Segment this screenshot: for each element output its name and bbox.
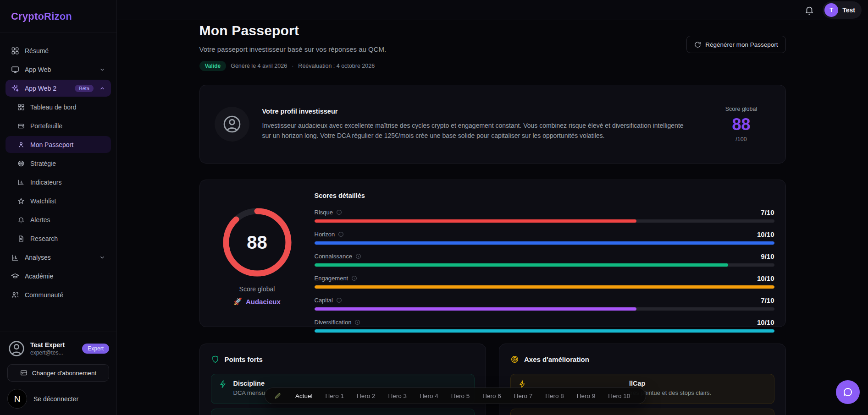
investor-type: 🚀 Audacieux xyxy=(233,297,281,306)
info-icon[interactable] xyxy=(355,253,361,259)
bar-chart-icon xyxy=(17,179,25,186)
score-gauge: 88 xyxy=(221,206,294,279)
score-row: Connaissance9/10 xyxy=(315,252,774,267)
improvement-item-next xyxy=(510,409,774,415)
plan-badge: Expert xyxy=(82,344,109,354)
sidebar-item-label: Stratégie xyxy=(30,160,105,167)
hero-item[interactable]: Hero 2 xyxy=(350,393,382,399)
user-circle-icon xyxy=(222,114,242,134)
hero-item[interactable]: Hero 7 xyxy=(508,393,539,399)
main-content: Mon Passeport Votre passeport investisse… xyxy=(117,20,868,415)
sidebar-item-strategie[interactable]: Stratégie xyxy=(6,155,111,172)
logout-button[interactable]: N Se déconnecter xyxy=(7,389,109,409)
star-icon xyxy=(17,197,25,205)
grid-icon xyxy=(11,47,19,55)
score-bar-track xyxy=(315,285,774,289)
chat-bubble-icon xyxy=(842,387,853,398)
score-row-value: 10/10 xyxy=(757,274,774,282)
rocket-icon: 🚀 xyxy=(233,297,242,306)
sidebar-item-tableau-de-bord[interactable]: Tableau de bord xyxy=(6,98,111,115)
sidebar-item-label: Research xyxy=(30,235,105,242)
regenerate-passport-label: Régénérer mon Passeport xyxy=(705,41,778,48)
generated-date: Généré le 4 avril 2026 xyxy=(231,63,287,69)
sidebar-item-research[interactable]: Research xyxy=(6,230,111,247)
hero-item[interactable]: Hero 8 xyxy=(539,393,570,399)
regenerate-passport-button[interactable]: Régénérer mon Passeport xyxy=(686,36,785,53)
score-row: Risque7/10 xyxy=(315,208,774,223)
improvements-card: Axes d'amélioration llCap très pointue e… xyxy=(499,344,786,415)
sidebar-footer: Test Expert expert@tes... Expert Changer… xyxy=(0,332,116,415)
notifications-bell-icon[interactable] xyxy=(804,5,814,15)
sidebar-user[interactable]: Test Expert expert@tes... Expert xyxy=(7,339,109,358)
info-icon[interactable] xyxy=(336,297,342,303)
hero-switcher-bar: ActuelHero 1Hero 2Hero 3Hero 4Hero 5Hero… xyxy=(265,388,646,404)
target-icon xyxy=(17,160,25,167)
sidebar-item-watchlist[interactable]: Watchlist xyxy=(6,192,111,209)
hero-item[interactable]: Hero 6 xyxy=(476,393,508,399)
users-icon xyxy=(11,291,19,299)
score-gauge-column: 88 Score global 🚀 Audacieux xyxy=(200,180,315,327)
hero-item[interactable]: Hero 5 xyxy=(445,393,476,399)
account-menu[interactable]: T Test xyxy=(823,1,862,19)
profile-description: Investisseur audacieux avec excellente m… xyxy=(262,120,687,141)
hero-item[interactable]: Hero 1 xyxy=(319,393,351,399)
status-badge: Valide xyxy=(199,61,227,71)
sidebar-item-label: Analyses xyxy=(25,254,94,261)
page-header: Mon Passeport Votre passeport investisse… xyxy=(199,23,786,71)
hero-item-actuel[interactable]: Actuel xyxy=(289,393,319,399)
monitor-icon xyxy=(11,66,19,74)
pencil-icon[interactable] xyxy=(274,392,282,399)
chat-button[interactable] xyxy=(836,380,860,404)
score-row-value: 7/10 xyxy=(761,208,774,216)
info-icon[interactable] xyxy=(338,231,344,237)
sidebar-item-communaute[interactable]: Communauté xyxy=(6,286,111,303)
hero-item[interactable]: Hero 10 xyxy=(602,393,636,399)
score-bar-fill xyxy=(315,263,729,267)
info-icon[interactable] xyxy=(354,319,360,325)
profile-title: Votre profil investisseur xyxy=(262,108,687,115)
sparkles-icon xyxy=(11,84,19,93)
score-bar-fill xyxy=(315,219,636,223)
score-bar-track xyxy=(315,263,774,267)
grid-icon xyxy=(17,104,25,111)
sidebar-item-analyses[interactable]: Analyses xyxy=(6,249,111,266)
sidebar-item-mon-passeport[interactable]: Mon Passeport xyxy=(6,136,111,153)
user-meta: Test Expert expert@tes... xyxy=(30,341,77,356)
info-icon[interactable] xyxy=(336,209,342,215)
strengths-title: Points forts xyxy=(225,355,263,363)
score-bar-fill xyxy=(315,329,774,333)
page-subtitle: Votre passeport investisseur basé sur vo… xyxy=(199,45,387,53)
sidebar-item-alertes[interactable]: Alertes xyxy=(6,211,111,228)
user-circle-icon xyxy=(7,339,26,358)
sidebar-item-indicateurs[interactable]: Indicateurs xyxy=(6,174,111,191)
reevaluation-date: Réévaluation : 4 octobre 2026 xyxy=(298,63,375,69)
hero-item[interactable]: Hero 4 xyxy=(413,393,445,399)
wallet-icon xyxy=(17,122,25,130)
score-bar-fill xyxy=(315,285,774,289)
bar-chart-icon xyxy=(11,253,19,262)
detailed-scores-card: 88 Score global 🚀 Audacieux Scores détai… xyxy=(199,180,786,327)
hero-item[interactable]: Hero 9 xyxy=(570,393,602,399)
score-value: 88 xyxy=(714,115,769,134)
sidebar-item-academie[interactable]: Académie xyxy=(6,268,111,284)
strength-item-title: Discipline xyxy=(233,380,467,387)
sidebar-item-app-web[interactable]: App Web xyxy=(6,61,111,78)
change-subscription-button[interactable]: Changer d'abonnement xyxy=(7,364,109,382)
refresh-icon xyxy=(694,41,701,48)
score-row: Diversification10/10 xyxy=(315,318,774,333)
score-row-value: 9/10 xyxy=(761,252,774,260)
sidebar-item-label: Tableau de bord xyxy=(30,104,105,111)
sidebar-item-resume[interactable]: Résumé xyxy=(6,42,111,59)
graduation-cap-icon xyxy=(11,272,19,280)
score-row: Capital7/10 xyxy=(315,296,774,311)
sidebar-item-portefeuille[interactable]: Portefeuille xyxy=(6,117,111,134)
info-icon[interactable] xyxy=(351,275,357,281)
bolt-icon xyxy=(219,380,227,388)
passport-meta: Valide Généré le 4 avril 2026 · Réévalua… xyxy=(199,61,387,71)
nextjs-dev-badge[interactable]: N xyxy=(7,389,27,409)
improvement-item-desc: très pointue et des stops clairs. xyxy=(629,389,767,396)
change-subscription-label: Changer d'abonnement xyxy=(32,370,97,377)
hero-item[interactable]: Hero 3 xyxy=(382,393,414,399)
sidebar-item-label: Mon Passeport xyxy=(30,141,105,148)
sidebar-item-app-web-2[interactable]: App Web 2 Béta xyxy=(6,80,111,97)
